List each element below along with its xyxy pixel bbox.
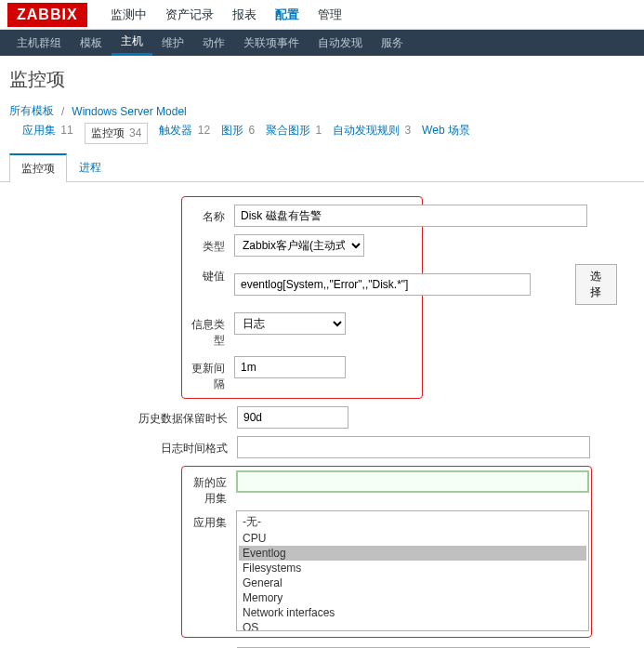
sub-nav: 主机群组模板主机维护动作关联项事件自动发现服务 bbox=[0, 30, 644, 56]
label-history: 历史数据保留时长 bbox=[9, 406, 237, 427]
topnav-item[interactable]: 管理 bbox=[309, 0, 351, 31]
tab[interactable]: 监控项 bbox=[9, 153, 67, 182]
listbox-item[interactable]: General bbox=[239, 575, 586, 590]
subnav-item[interactable]: 维护 bbox=[152, 30, 193, 56]
app-listbox[interactable]: -无-CPUEventlogFilesystemsGeneralMemoryNe… bbox=[236, 510, 589, 631]
name-input[interactable] bbox=[234, 205, 587, 227]
form: 名称 类型 Zabbix客户端(主动式) 键值 选择 信息类型 bbox=[0, 182, 644, 648]
breadcrumb-item[interactable]: 图形 6 bbox=[221, 123, 255, 144]
label-name: 名称 bbox=[182, 205, 234, 225]
label-logtimeformat: 日志时间格式 bbox=[9, 436, 237, 456]
breadcrumb-model[interactable]: Windows Server Model bbox=[72, 105, 186, 118]
tab[interactable]: 进程 bbox=[67, 153, 113, 182]
subnav-item[interactable]: 主机 bbox=[112, 30, 152, 56]
listbox-item[interactable]: Network interfaces bbox=[239, 605, 586, 620]
listbox-item[interactable]: -无- bbox=[239, 513, 586, 531]
subnav-item[interactable]: 自动发现 bbox=[309, 30, 372, 56]
highlight-box-app: 新的应用集 应用集 -无-CPUEventlogFilesystemsGener… bbox=[181, 466, 592, 638]
subnav-item[interactable]: 主机群组 bbox=[7, 30, 71, 56]
breadcrumb-sep: / bbox=[61, 105, 64, 118]
newapp-input[interactable] bbox=[236, 470, 589, 493]
listbox-item[interactable]: CPU bbox=[239, 531, 586, 546]
listbox-item[interactable]: Filesystems bbox=[239, 561, 586, 575]
highlight-box-main: 名称 类型 Zabbix客户端(主动式) 键值 选择 信息类型 bbox=[181, 196, 423, 399]
topnav-item[interactable]: 资产记录 bbox=[156, 0, 223, 31]
breadcrumb-root[interactable]: 所有模板 bbox=[9, 103, 54, 119]
label-type: 类型 bbox=[182, 234, 234, 255]
top-nav: 监测中资产记录报表配置管理 bbox=[101, 0, 351, 31]
label-key: 键值 bbox=[182, 264, 234, 284]
history-input[interactable] bbox=[237, 406, 348, 429]
breadcrumb-item[interactable]: 触发器 12 bbox=[159, 123, 210, 144]
topnav-item[interactable]: 报表 bbox=[223, 0, 266, 31]
page-title: 监控项 bbox=[0, 56, 644, 99]
key-input[interactable] bbox=[234, 273, 531, 296]
listbox-item[interactable]: Eventlog bbox=[239, 546, 586, 561]
breadcrumb-item[interactable]: 应用集 11 bbox=[22, 123, 73, 144]
top-bar: ZABBIX 监测中资产记录报表配置管理 bbox=[0, 0, 644, 30]
logo: ZABBIX bbox=[7, 3, 87, 27]
topnav-item[interactable]: 配置 bbox=[266, 0, 309, 31]
type-select[interactable]: Zabbix客户端(主动式) bbox=[234, 234, 364, 257]
subnav-item[interactable]: 模板 bbox=[71, 30, 112, 56]
logtimeformat-input[interactable] bbox=[237, 436, 590, 458]
breadcrumb-item[interactable]: 监控项 34 bbox=[85, 123, 149, 144]
label-app: 应用集 bbox=[184, 510, 236, 531]
breadcrumb: 所有模板 / Windows Server Model 应用集 11监控项 34… bbox=[0, 99, 644, 153]
subnav-item[interactable]: 关联项事件 bbox=[234, 30, 309, 56]
updateinterval-input[interactable] bbox=[234, 356, 346, 378]
label-updateinterval: 更新间隔 bbox=[182, 356, 234, 392]
label-infotype: 信息类型 bbox=[182, 312, 234, 349]
subnav-item[interactable]: 动作 bbox=[193, 30, 234, 56]
tabs: 监控项进程 bbox=[0, 153, 644, 182]
breadcrumb-item[interactable]: 自动发现规则 3 bbox=[333, 123, 411, 144]
subnav-item[interactable]: 服务 bbox=[372, 30, 413, 56]
label-newapp: 新的应用集 bbox=[184, 470, 236, 507]
breadcrumb-item[interactable]: 聚合图形 1 bbox=[266, 123, 322, 144]
listbox-item[interactable]: Memory bbox=[239, 590, 586, 605]
breadcrumb-item[interactable]: Web 场景 bbox=[422, 123, 470, 144]
select-button[interactable]: 选择 bbox=[575, 264, 617, 305]
topnav-item[interactable]: 监测中 bbox=[101, 0, 156, 31]
infotype-select[interactable]: 日志 bbox=[234, 312, 346, 335]
listbox-item[interactable]: OS bbox=[239, 620, 586, 631]
